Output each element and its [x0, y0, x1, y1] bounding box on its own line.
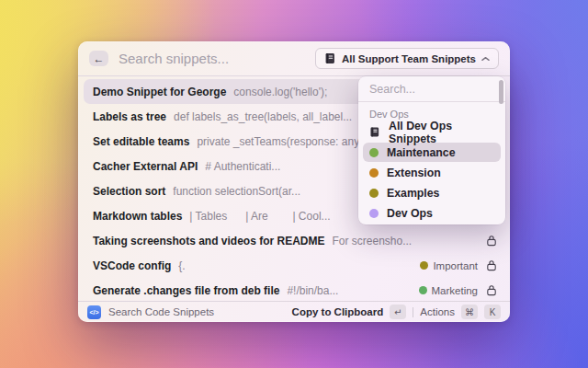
popover-item-label: Dev Ops: [387, 207, 433, 220]
snippet-title: VSCode config: [93, 259, 171, 272]
popover-item-dev-ops[interactable]: Dev Ops: [363, 203, 501, 223]
label-text: Important: [433, 260, 478, 271]
snippet-title: Taking screenshots and videos for README: [93, 235, 325, 247]
popover-item-all-dev-ops[interactable]: All Dev Ops Snippets: [363, 122, 501, 142]
popover-item-examples[interactable]: Examples: [363, 183, 501, 202]
popover-item-label: All Dev Ops Snippets: [389, 120, 494, 145]
popover-item-label: Examples: [387, 187, 439, 200]
footer-divider: [413, 307, 413, 317]
snippets-book-icon: [369, 126, 380, 138]
lock-icon: [486, 284, 497, 296]
snippet-title: Cacher External API: [93, 160, 198, 173]
snippet-title: Labels as tree: [93, 110, 166, 123]
snippet-title: Generate .changes file from deb file: [93, 284, 279, 297]
cmd-key-badge: ⌘: [461, 305, 478, 319]
actions-button[interactable]: Actions: [420, 306, 455, 317]
copy-to-clipboard-button[interactable]: Copy to Clipboard: [292, 306, 384, 317]
label-text: Marketing: [432, 285, 479, 296]
snippet-preview: For screensho...: [333, 235, 480, 247]
snippet-row-taking-screenshots[interactable]: Taking screenshots and videos for README…: [84, 228, 504, 253]
label-dot: [369, 168, 379, 178]
label-tag-important: Important: [420, 260, 478, 271]
code-snippets-app-icon: </>: [87, 305, 101, 319]
label-dot: [419, 286, 427, 294]
k-key-badge: K: [484, 305, 501, 319]
collection-dropdown-label: All Support Team Snippets: [342, 53, 476, 64]
label-dot: [420, 261, 428, 270]
snippet-preview: #!/bin/ba...: [287, 284, 411, 297]
chevron-up-icon: [481, 56, 490, 62]
label-dot: [369, 148, 379, 157]
lock-icon: [486, 235, 497, 247]
snippet-row-generate-changes[interactable]: Generate .changes file from deb file #!/…: [84, 278, 504, 303]
search-header: ← Search snippets... All Support Team Sn…: [78, 41, 510, 76]
snippets-book-icon: [324, 52, 336, 64]
popover-item-label: Extension: [387, 167, 441, 179]
popover-item-maintenance[interactable]: Maintenance: [363, 143, 501, 162]
collection-dropdown-button[interactable]: All Support Team Snippets: [315, 48, 499, 69]
footer-bar: </> Search Code Snippets Copy to Clipboa…: [78, 301, 510, 322]
snippet-row-vscode-config[interactable]: VSCode config {. Important: [84, 253, 504, 278]
search-input[interactable]: Search snippets...: [119, 51, 229, 66]
popover-search-input[interactable]: Search...: [358, 76, 505, 102]
snippet-title: Set editable teams: [93, 135, 189, 148]
lock-icon: [486, 259, 497, 271]
label-dot: [369, 189, 379, 198]
snippet-title: Markdown tables: [93, 210, 182, 223]
popover-item-extension[interactable]: Extension: [363, 163, 501, 182]
popover-scrollbar[interactable]: [499, 80, 503, 104]
footer-app-label: Search Code Snippets: [108, 306, 214, 317]
snippet-title: Selection sort: [93, 185, 165, 198]
collection-popover: Search... Dev Ops All Dev Ops Snippets M…: [358, 76, 505, 224]
label-tag-marketing: Marketing: [419, 285, 479, 296]
return-key-badge: ↵: [390, 305, 406, 319]
snippets-window: ← Search snippets... All Support Team Sn…: [78, 41, 510, 322]
snippet-preview: {.: [178, 259, 413, 272]
snippet-title: Demo Snippet for George: [93, 86, 226, 98]
popover-item-label: Maintenance: [387, 146, 455, 159]
label-dot: [369, 209, 379, 218]
back-button[interactable]: ←: [89, 51, 108, 66]
